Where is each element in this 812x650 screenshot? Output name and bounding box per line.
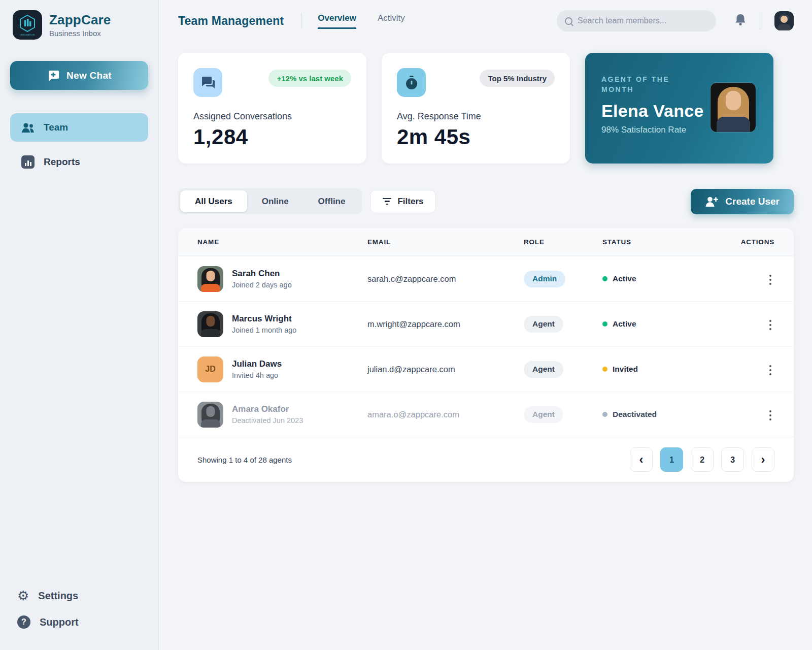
table-row: Sarah Chen Joined 2 days ago sarah.c@zap… [178, 256, 794, 301]
user-meta: Deactivated Jun 2023 [232, 416, 303, 425]
status-cell: Active [602, 319, 719, 329]
chat-bubbles-icon [193, 68, 222, 97]
row-actions-menu-button[interactable] [766, 317, 775, 334]
brand-name: ZappCare [49, 12, 111, 28]
bell-icon [734, 13, 747, 26]
filter-row: All Users Online Offline Filters Create … [178, 188, 794, 214]
user-avatar[interactable] [774, 11, 794, 30]
stat-industry-badge: Top 5% Industry [480, 70, 555, 87]
stat-card-conversations: +12% vs last week Assigned Conversations… [178, 53, 366, 164]
user-email: julian.d@zappcare.com [367, 365, 524, 374]
filters-button[interactable]: Filters [370, 190, 436, 213]
sidebar-nav: Team Reports [10, 113, 148, 176]
top-bar: Team Management Overview Activity [178, 9, 794, 32]
status-dot [602, 276, 607, 281]
logo-caption: INNOVATION [20, 34, 35, 36]
new-chat-button[interactable]: New Chat [10, 61, 148, 90]
row-actions-menu-button[interactable] [766, 362, 775, 379]
create-user-button[interactable]: Create User [691, 189, 794, 214]
stat-label: Avg. Response Time [397, 111, 555, 122]
page-title: Team Management [178, 14, 284, 28]
filter-icon [383, 198, 391, 205]
sidebar-item-settings[interactable]: ⚙ Settings [17, 589, 141, 602]
user-email: m.wright@zappcare.com [367, 319, 524, 329]
brand: INNOVATION ZappCare Business Inbox [10, 8, 148, 40]
sidebar-item-reports[interactable]: Reports [10, 148, 148, 176]
sidebar-item-team[interactable]: Team [10, 113, 148, 142]
sidebar-footer: ⚙ Settings ? Support [10, 589, 148, 636]
status-dot [602, 412, 607, 417]
notifications-button[interactable] [734, 13, 747, 28]
status-dot [602, 321, 607, 327]
search-input[interactable] [578, 16, 708, 25]
role-badge: Agent [524, 406, 563, 423]
filter-tab-offline[interactable]: Offline [303, 190, 360, 212]
support-label: Support [40, 616, 79, 628]
team-table: NAME EMAIL ROLE STATUS ACTIONS Sarah Che… [178, 228, 794, 482]
user-name: Julian Daws [232, 359, 282, 369]
user-meta: Joined 2 days ago [232, 281, 292, 289]
avatar [197, 402, 223, 428]
sidebar-item-support[interactable]: ? Support [17, 615, 141, 629]
filter-tab-all-users[interactable]: All Users [180, 190, 247, 212]
page-button-1[interactable]: 1 [660, 447, 683, 472]
search-bar[interactable] [557, 10, 716, 31]
row-actions-menu-button[interactable] [766, 407, 775, 424]
avatar [197, 311, 223, 337]
new-chat-label: New Chat [66, 70, 112, 81]
agent-of-month-heading: AGENT OF THE MONTH [601, 74, 678, 95]
zappcare-logo-icon: INNOVATION [13, 10, 42, 40]
sidebar-item-label: Reports [44, 156, 80, 168]
pagination-summary: Showing 1 to 4 of 28 agents [197, 456, 292, 464]
row-actions-menu-button[interactable] [766, 272, 775, 288]
page-button-3[interactable]: 3 [721, 447, 744, 472]
column-header-status: STATUS [602, 238, 719, 246]
prev-page-button[interactable]: ‹ [630, 447, 653, 472]
divider [301, 13, 301, 28]
status-cell: Active [602, 274, 719, 283]
role-badge: Admin [524, 271, 565, 287]
question-mark-icon: ? [17, 615, 30, 629]
user-filter-tabs: All Users Online Offline [178, 188, 362, 214]
user-plus-icon [705, 196, 719, 207]
team-icon [20, 122, 36, 133]
page-button-2[interactable]: 2 [691, 447, 714, 472]
next-page-button[interactable]: › [752, 447, 774, 472]
filters-label: Filters [397, 197, 423, 207]
agent-photo [710, 82, 756, 133]
chat-plus-icon [47, 69, 60, 82]
user-name: Marcus Wright [232, 314, 296, 324]
pagination: ‹ 1 2 3 › [630, 447, 774, 472]
create-user-label: Create User [725, 196, 780, 207]
table-header-row: NAME EMAIL ROLE STATUS ACTIONS [178, 228, 794, 256]
table-row: Amara Okafor Deactivated Jun 2023 amara.… [178, 392, 794, 437]
status-dot [602, 367, 607, 372]
user-email: amara.o@zappcare.com [367, 410, 524, 419]
status-cell: Deactivated [602, 410, 719, 419]
status-label: Active [613, 274, 636, 283]
avatar-initials: JD [197, 356, 223, 382]
search-icon [565, 17, 572, 25]
avatar [197, 266, 223, 292]
tab-activity[interactable]: Activity [378, 13, 405, 29]
sidebar: INNOVATION ZappCare Business Inbox New C… [0, 0, 159, 650]
stat-value: 2m 45s [397, 125, 555, 149]
filter-tab-online[interactable]: Online [247, 190, 303, 212]
status-cell: Invited [602, 365, 719, 374]
user-email: sarah.c@zappcare.com [367, 274, 524, 284]
role-badge: Agent [524, 316, 563, 333]
table-footer: Showing 1 to 4 of 28 agents ‹ 1 2 3 › [178, 437, 794, 482]
stats-row: +12% vs last week Assigned Conversations… [178, 53, 794, 164]
status-label: Deactivated [613, 410, 657, 419]
brand-subtitle: Business Inbox [49, 29, 111, 38]
column-header-role: ROLE [524, 238, 602, 246]
tab-overview[interactable]: Overview [318, 13, 356, 29]
user-meta: Invited 4h ago [232, 371, 282, 379]
divider [760, 12, 760, 29]
table-row: Marcus Wright Joined 1 month ago m.wrigh… [178, 301, 794, 346]
status-label: Active [613, 319, 636, 329]
settings-label: Settings [38, 590, 78, 602]
sidebar-item-label: Team [44, 122, 68, 133]
main-content: Team Management Overview Activity [159, 0, 812, 650]
column-header-actions: ACTIONS [719, 238, 774, 246]
